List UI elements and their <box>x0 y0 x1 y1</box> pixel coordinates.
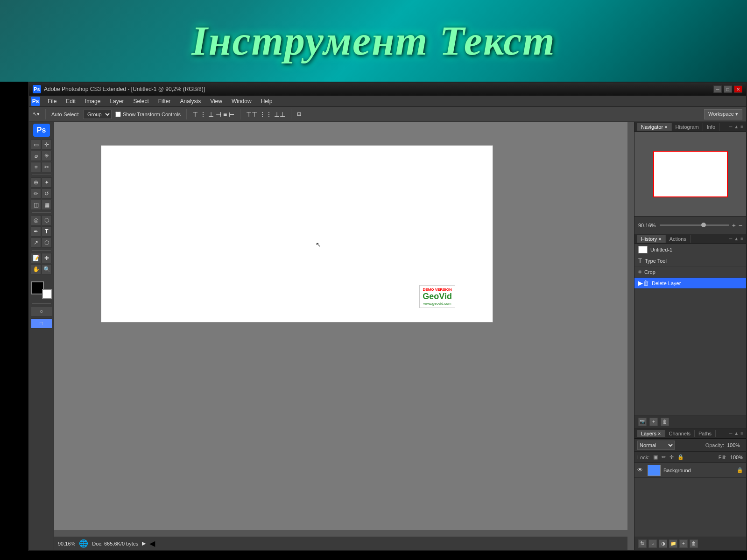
menu-filter[interactable]: Filter <box>154 97 176 105</box>
align-center-icon[interactable]: ≡ <box>223 111 227 118</box>
history-typetool-item[interactable]: T Type Tool <box>634 255 746 266</box>
eraser-tool[interactable]: ◫ <box>31 200 41 210</box>
lock-image-icon[interactable]: ✏ <box>662 454 666 460</box>
autoselect-dropdown[interactable]: Group Layer <box>83 110 112 119</box>
maximize-button[interactable]: □ <box>724 85 732 93</box>
background-color[interactable] <box>42 289 52 299</box>
workspace-button[interactable]: Workspace ▾ <box>704 109 742 119</box>
horizontal-scrollbar[interactable] <box>54 530 627 537</box>
path-select-tool[interactable]: ↗ <box>31 238 41 248</box>
slice-tool[interactable]: ✂ <box>42 162 52 172</box>
tab-histogram[interactable]: Histogram <box>672 123 703 131</box>
clone-stamp-tool[interactable]: ✦ <box>42 177 52 188</box>
eyedropper-tool[interactable]: ✚ <box>42 253 52 263</box>
history-brush-tool[interactable]: ↺ <box>42 189 52 199</box>
align-left-icon[interactable]: ⊣ <box>216 111 221 118</box>
navigator-zoom-slider[interactable] <box>660 224 729 226</box>
menu-help[interactable]: Help <box>256 97 277 105</box>
align-top-icon[interactable]: ⊤ <box>192 111 198 118</box>
menu-image[interactable]: Image <box>80 97 105 105</box>
history-menu-icon[interactable]: ≡ <box>740 236 743 241</box>
lasso-tool[interactable]: ⌀ <box>31 151 41 161</box>
navigator-menu-icon[interactable]: ≡ <box>740 124 743 129</box>
align-right-icon[interactable]: ⊢ <box>229 111 234 118</box>
hand-tool[interactable]: ✋ <box>31 264 41 274</box>
distribute-bottom-icon[interactable]: ⊥⊥ <box>274 111 285 118</box>
layer-adjust-btn[interactable]: ◑ <box>659 539 667 548</box>
close-button[interactable]: ✕ <box>734 85 742 93</box>
tab-navigator[interactable]: Navigator × <box>637 123 672 131</box>
transform-controls-checkbox[interactable] <box>115 112 121 117</box>
zoom-in-icon[interactable]: + <box>732 222 736 229</box>
quick-mask-button[interactable]: ○ <box>31 306 52 316</box>
menu-select[interactable]: Select <box>128 97 153 105</box>
transform-controls-option[interactable]: Show Transform Controls <box>115 112 181 117</box>
menu-view[interactable]: View <box>205 97 227 105</box>
layer-eye-icon[interactable]: 👁 <box>637 467 645 474</box>
lock-all-icon[interactable]: 🔒 <box>677 454 684 460</box>
vertical-scrollbar[interactable] <box>627 122 634 550</box>
brush-tool[interactable]: ✏ <box>31 189 41 199</box>
notes-tool[interactable]: 📝 <box>31 253 41 263</box>
dodge-tool[interactable]: ⬡ <box>42 215 52 225</box>
navigator-zoom-thumb[interactable] <box>701 223 706 227</box>
history-expand-icon[interactable]: ▲ <box>734 236 739 241</box>
move-tool[interactable]: ✛ <box>42 140 52 150</box>
screen-mode-button[interactable]: □ <box>31 318 52 329</box>
separator5 <box>32 303 51 304</box>
history-delete-btn[interactable]: 🗑 <box>661 418 669 426</box>
layer-new-btn[interactable]: + <box>679 539 688 548</box>
layer-mask-btn[interactable]: ○ <box>648 539 657 548</box>
align-bottom-icon[interactable]: ⊥ <box>208 111 214 118</box>
tab-paths[interactable]: Paths <box>695 430 716 437</box>
marquee-tool[interactable]: ▭ <box>31 140 41 150</box>
zoom-tool[interactable]: 🔍 <box>42 264 52 274</box>
healing-brush-tool[interactable]: ⊕ <box>31 177 41 188</box>
shape-tool[interactable]: ⬡ <box>42 238 52 248</box>
deletelayer-label: Delete Layer <box>652 280 681 286</box>
navigator-minimize-icon[interactable]: ─ <box>729 124 732 129</box>
menu-window[interactable]: Window <box>227 97 256 105</box>
history-crop-item[interactable]: ⌗ Crop <box>634 266 746 278</box>
lock-position-icon[interactable]: ✛ <box>669 454 674 460</box>
tab-history[interactable]: History × <box>637 235 666 243</box>
text-tool[interactable]: T <box>42 226 52 237</box>
distribute-top-icon[interactable]: ⊤⊤ <box>246 111 257 118</box>
zoom-out-icon[interactable]: − <box>739 222 742 229</box>
layer-item-background[interactable]: 👁 Background 🔒 <box>634 463 746 478</box>
lock-transparent-icon[interactable]: ▣ <box>653 454 658 460</box>
color-boxes[interactable] <box>31 281 52 299</box>
distribute-vert-icon[interactable]: ⋮⋮ <box>259 111 272 118</box>
history-snapshot-item[interactable]: Untitled-1 <box>634 244 746 255</box>
layers-expand-icon[interactable]: ▲ <box>734 431 739 436</box>
minimize-button[interactable]: ─ <box>713 85 722 93</box>
auto-align-icon[interactable]: ⊞ <box>297 111 301 117</box>
menu-layer[interactable]: Layer <box>105 97 128 105</box>
layers-minimize-icon[interactable]: ─ <box>729 431 732 436</box>
tab-channels[interactable]: Channels <box>665 430 695 437</box>
tab-actions[interactable]: Actions <box>666 235 691 243</box>
layer-group-btn[interactable]: 📁 <box>669 539 677 548</box>
status-scroll-left[interactable]: ◀ <box>149 539 155 548</box>
history-minimize-icon[interactable]: ─ <box>729 236 732 241</box>
layer-delete-btn[interactable]: 🗑 <box>690 539 698 548</box>
magic-wand-tool[interactable]: ✳ <box>42 151 52 161</box>
history-deletelayer-item[interactable]: ▶🗑 Delete Layer <box>634 278 746 289</box>
menu-analysis[interactable]: Analysis <box>175 97 205 105</box>
pen-tool[interactable]: ✒ <box>31 226 41 237</box>
crop-tool[interactable]: ⌗ <box>31 162 41 172</box>
layer-style-btn[interactable]: fx <box>638 539 647 548</box>
menu-edit[interactable]: Edit <box>61 97 80 105</box>
blend-mode-dropdown[interactable]: Normal Multiply Screen <box>637 441 675 450</box>
menu-file[interactable]: File <box>43 97 61 105</box>
history-snapshot-btn[interactable]: 📷 <box>638 418 647 426</box>
history-new-btn[interactable]: + <box>649 418 658 426</box>
tab-info[interactable]: Info <box>703 123 719 131</box>
window-controls[interactable]: ─ □ ✕ <box>713 85 742 93</box>
layers-menu-icon[interactable]: ≡ <box>740 431 743 436</box>
gradient-tool[interactable]: ▦ <box>42 200 52 210</box>
align-vert-icon[interactable]: ⋮ <box>200 111 206 118</box>
blur-tool[interactable]: ◎ <box>31 215 41 225</box>
navigator-expand-icon[interactable]: ▲ <box>734 124 739 129</box>
tab-layers[interactable]: Layers × <box>637 430 665 437</box>
